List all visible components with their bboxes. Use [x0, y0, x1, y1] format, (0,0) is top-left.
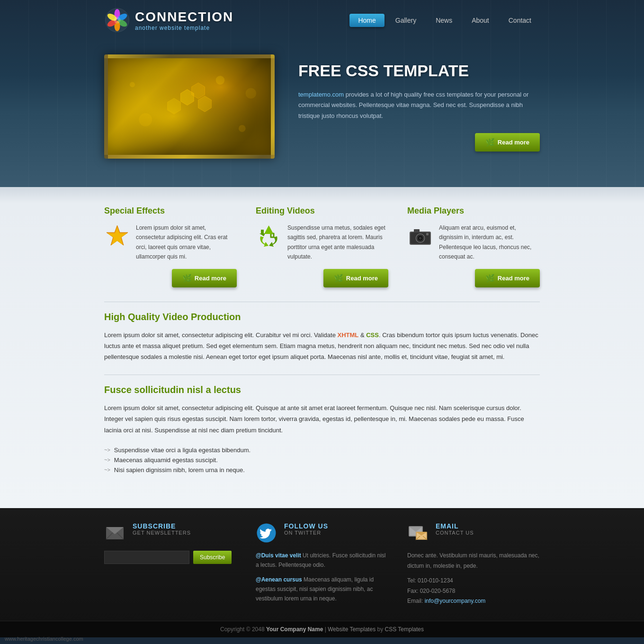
feature-col-3-read-more[interactable]: 🌿 Read more [475, 269, 540, 287]
feature-col-2-body: Suspendisse urna metus, sodales eget sag… [287, 223, 388, 262]
email-details: Donec ante. Vestibulum nisl mauris, male… [407, 551, 540, 607]
feature-col-1-read-more-label: Read more [195, 275, 226, 282]
twitter-user-1[interactable]: @Duis vitae velit [256, 552, 301, 559]
footer-twitter-header: FOLLOW US ON TWITTER [256, 522, 388, 544]
email-addr-line: Email: info@yourcompany.com [407, 596, 540, 607]
logo-text: CONNECTION another website template [135, 9, 233, 31]
nav-home[interactable]: Home [349, 14, 384, 27]
features-section: Special Effects Lorem ipsum dolor sit am… [104, 206, 540, 287]
email-body: Donec ante. Vestibulum nisl mauris, male… [407, 551, 540, 571]
feature-col-2-title: Editing Videos [256, 206, 388, 216]
hero-read-more-button[interactable]: 🌿 Read more [475, 133, 540, 152]
hero-section: FREE CSS TEMPLATE templatemo.com provide… [66, 40, 578, 187]
subscribe-input[interactable] [104, 551, 189, 564]
fusce-section-title: Fusce sollicitudin nisl a lectus [104, 385, 540, 395]
website-templates-link[interactable]: Website Templates [328, 626, 376, 633]
read-more-icon-3: 🌿 [485, 274, 495, 283]
svg-point-26 [419, 237, 422, 240]
star-icon [104, 223, 130, 249]
feature-col-1-title: Special Effects [104, 206, 237, 216]
footer-by: by [377, 626, 385, 633]
hero-title: FREE CSS TEMPLATE [298, 62, 540, 80]
svg-point-1 [115, 9, 120, 19]
css-templates-link[interactable]: CSS Templates [385, 626, 424, 633]
footer-copyright: Copyright © 2048 Your Company Name | Web… [0, 621, 644, 637]
fusce-list-item: Suspendisse vitae orci a ligula egestas … [104, 445, 540, 455]
hero-body-text: provides a lot of high quality free css … [298, 91, 528, 119]
svg-point-7 [114, 17, 121, 24]
video-section: High Quality Video Production Lorem ipsu… [104, 312, 540, 363]
feature-col-3-read-more-label: Read more [498, 275, 529, 282]
css-link[interactable]: CSS [366, 331, 379, 339]
logo-icon [104, 7, 130, 33]
fusce-list-item: Maecenas aliquamid egestas suscipit. [104, 455, 540, 465]
svg-point-4 [115, 21, 120, 31]
feature-col-2-read-more[interactable]: 🌿 Read more [323, 269, 388, 287]
feature-col-2: Editing Videos Suspendisse urna metus, s… [256, 206, 388, 287]
copyright-text: Copyright © 2048 [220, 626, 265, 633]
svg-point-17 [130, 82, 135, 87]
company-name: Your Company Name [266, 626, 323, 633]
feature-col-3-body: Aliquam erat arcu, euismod et, dignissim… [439, 223, 540, 262]
camera-icon [407, 223, 433, 249]
hero-link[interactable]: templatemo.com [298, 91, 344, 98]
twitter-subtitle: ON TWITTER [284, 530, 328, 536]
svg-marker-20 [107, 227, 127, 245]
subscribe-icon [104, 522, 125, 544]
footer: SUBSCRIBE GET NEWSLETTERS Subscribe [66, 522, 578, 621]
footer-subscribe: SUBSCRIBE GET NEWSLETTERS Subscribe [104, 522, 237, 607]
svg-rect-27 [414, 229, 420, 233]
subscribe-button[interactable]: Subscribe [193, 551, 232, 564]
svg-point-6 [106, 12, 118, 22]
video-section-title: High Quality Video Production [104, 312, 540, 322]
subscribe-form: Subscribe [104, 551, 237, 564]
read-more-icon-1: 🌿 [182, 274, 192, 283]
hero-image [104, 54, 275, 159]
email-title: EMAIL [436, 522, 474, 530]
read-more-icon: 🌿 [485, 138, 495, 147]
logo-title: CONNECTION [135, 9, 233, 25]
read-more-icon-2: 🌿 [334, 274, 343, 283]
svg-marker-12 [198, 96, 212, 112]
footer-twitter: FOLLOW US ON TWITTER @Duis vitae velit U… [256, 522, 388, 607]
feature-col-1: Special Effects Lorem ipsum dolor sit am… [104, 206, 237, 287]
footer-subscribe-header: SUBSCRIBE GET NEWSLETTERS [104, 522, 237, 544]
divider-2 [104, 375, 540, 375]
video-section-body: Lorem ipsum dolor sit amet, consectetur … [104, 330, 540, 363]
svg-marker-13 [168, 98, 181, 114]
footer-email: EMAIL CONTACT US Donec ante. Vestibulum … [407, 522, 540, 607]
email-address[interactable]: info@yourcompany.com [425, 598, 486, 604]
svg-marker-10 [180, 89, 194, 105]
svg-point-14 [139, 113, 152, 126]
subscribe-subtitle: GET NEWSLETTERS [133, 530, 191, 536]
fusce-list-item: Nisi sapien dignissim nibh, lorem urna i… [104, 465, 540, 475]
nav-news[interactable]: News [427, 14, 461, 27]
logo-subtitle: another website template [135, 25, 233, 31]
fusce-section-body: Lorem ipsum dolor sit amet, consectetur … [104, 402, 540, 436]
hero-read-more-label: Read more [498, 139, 529, 146]
subscribe-title: SUBSCRIBE [133, 522, 191, 530]
footer-email-header: EMAIL CONTACT US [407, 522, 540, 544]
feature-col-2-read-more-label: Read more [346, 275, 378, 282]
email-tel: Tel: 010-010-1234 [407, 576, 540, 586]
svg-rect-28 [426, 233, 429, 235]
fusce-section: Fusce sollicitudin nisl a lectus Lorem i… [104, 385, 540, 475]
twitter-user-2[interactable]: @Aenean cursus [256, 576, 302, 583]
email-icon [407, 522, 429, 544]
svg-marker-11 [192, 83, 205, 98]
svg-rect-8 [110, 58, 268, 155]
logo: CONNECTION another website template [104, 7, 233, 33]
nav-gallery[interactable]: Gallery [387, 14, 425, 27]
fusce-list: Suspendisse vitae orci a ligula egestas … [104, 445, 540, 475]
feature-col-1-read-more[interactable]: 🌿 Read more [172, 269, 237, 287]
svg-marker-21 [264, 225, 273, 234]
divider-1 [104, 302, 540, 302]
svg-rect-9 [110, 58, 268, 155]
xhtml-link[interactable]: XHTML [338, 331, 359, 339]
main-nav: Home Gallery News About Contact [349, 14, 540, 27]
watermark: www.heritagechristiancollege.com [5, 636, 83, 637]
twitter-tweets: @Duis vitae velit Ut ultricies. Fusce so… [256, 551, 388, 604]
email-label: Email: [407, 598, 423, 604]
nav-about[interactable]: About [463, 14, 498, 27]
nav-contact[interactable]: Contact [500, 14, 540, 27]
